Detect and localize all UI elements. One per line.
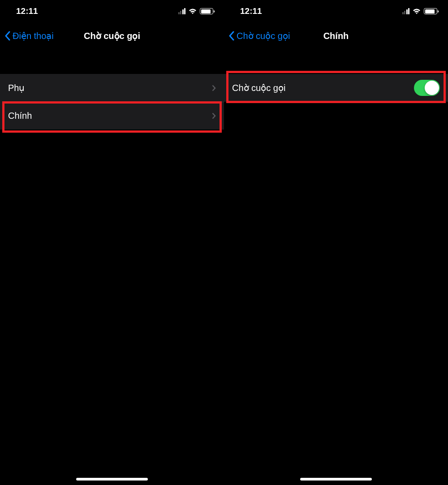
battery-icon — [200, 8, 213, 14]
wifi-icon — [412, 8, 421, 15]
call-waiting-toggle-row[interactable]: Chờ cuộc gọi — [224, 74, 448, 102]
list-item-label: Chính — [8, 111, 32, 121]
page-title: Chính — [323, 31, 349, 41]
cellular-signal-icon — [402, 8, 410, 14]
list-item-label: Phụ — [8, 82, 25, 93]
back-button[interactable]: Điện thoại — [4, 30, 54, 41]
home-indicator[interactable] — [300, 478, 372, 481]
page-title: Chờ cuộc gọi — [84, 30, 140, 41]
chevron-right-icon — [212, 85, 216, 91]
status-icons — [402, 8, 438, 15]
status-icons — [178, 8, 214, 15]
settings-list: Chờ cuộc gọi — [224, 74, 448, 102]
back-label: Chờ cuộc gọi — [237, 30, 290, 41]
toggle-label: Chờ cuộc gọi — [232, 82, 285, 93]
home-indicator[interactable] — [76, 478, 148, 481]
chevron-left-icon — [4, 31, 11, 41]
status-bar: 12:11 — [0, 0, 224, 22]
back-button[interactable]: Chờ cuộc gọi — [228, 30, 290, 41]
chevron-right-icon — [212, 113, 216, 119]
status-time: 12:11 — [16, 6, 38, 16]
wifi-icon — [188, 8, 197, 15]
settings-list: Phụ Chính — [0, 74, 224, 130]
status-bar: 12:11 — [224, 0, 448, 22]
settings-call-waiting-sim-select-screen: 12:11 Điện thoại Chờ cuộc gọi — [0, 0, 224, 485]
call-waiting-toggle[interactable] — [414, 80, 440, 96]
sim-option-phu[interactable]: Phụ — [0, 74, 224, 102]
back-label: Điện thoại — [13, 30, 54, 41]
sim-option-chinh[interactable]: Chính — [0, 102, 224, 130]
navigation-bar: Chờ cuộc gọi Chính — [224, 22, 448, 49]
status-time: 12:11 — [240, 6, 262, 16]
navigation-bar: Điện thoại Chờ cuộc gọi — [0, 22, 224, 49]
cellular-signal-icon — [178, 8, 186, 14]
chevron-left-icon — [228, 31, 235, 41]
settings-call-waiting-toggle-screen: 12:11 Chờ cuộc gọi Chính — [224, 0, 448, 485]
battery-icon — [424, 8, 437, 14]
